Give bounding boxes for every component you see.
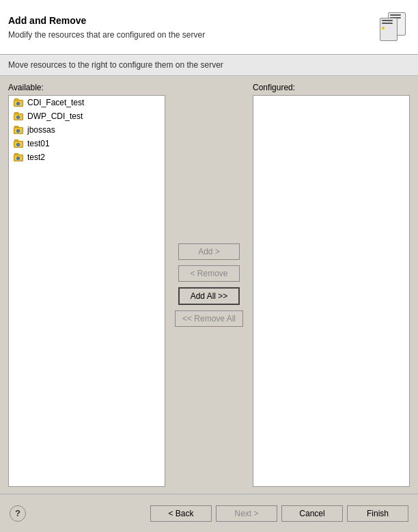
footer-right: < Back Next > Cancel Finish (150, 505, 408, 522)
finish-button[interactable]: Finish (347, 505, 408, 522)
footer-left: ? (10, 505, 26, 522)
server-line-4 (382, 23, 393, 24)
configured-list[interactable] (253, 95, 410, 487)
list-item-label: jbossas (27, 125, 55, 135)
cancel-button[interactable]: Cancel (281, 505, 343, 522)
help-button[interactable]: ? (10, 505, 26, 522)
header-title: Add and Remove (8, 15, 377, 26)
available-label: Available: (8, 83, 165, 92)
add-button[interactable]: Add > (178, 243, 240, 260)
header-text: Add and Remove Modify the resources that… (8, 15, 377, 40)
resource-icon (13, 97, 24, 108)
subheader-text: Move resources to the right to configure… (8, 60, 223, 70)
resource-icon (13, 138, 24, 149)
columns-area: Available: CDI_Facet_testDWP_CDI_testjbo… (8, 83, 410, 487)
header: Add and Remove Modify the resources that… (0, 0, 418, 55)
resource-icon (13, 124, 24, 135)
server-line-3 (382, 20, 393, 21)
configured-section: Configured: (253, 83, 410, 487)
available-list[interactable]: CDI_Facet_testDWP_CDI_testjbossastest01t… (8, 95, 165, 487)
list-item[interactable]: DWP_CDI_test (9, 109, 165, 123)
resource-icon (13, 111, 24, 122)
remove-all-button[interactable]: << Remove All (175, 310, 243, 327)
server-dot-2 (382, 27, 385, 29)
footer: ? < Back Next > Cancel Finish (0, 494, 418, 532)
add-all-button[interactable]: Add All >> (178, 287, 240, 305)
middle-buttons: Add > < Remove Add All >> << Remove All (165, 83, 253, 487)
server-line-1 (390, 14, 401, 16)
list-item[interactable]: jbossas (9, 123, 165, 137)
next-button[interactable]: Next > (216, 505, 277, 522)
list-item[interactable]: CDI_Facet_test (9, 96, 165, 109)
server-icon-group (378, 12, 408, 42)
subheader: Move resources to the right to configure… (0, 55, 418, 76)
list-item-label: test01 (27, 139, 50, 148)
server-icon (377, 11, 410, 44)
resource-icon (13, 152, 24, 163)
back-button[interactable]: < Back (150, 505, 212, 522)
main-content: Available: CDI_Facet_testDWP_CDI_testjbo… (0, 76, 418, 494)
list-item-label: DWP_CDI_test (27, 111, 83, 121)
configured-label: Configured: (253, 83, 410, 92)
available-section: Available: CDI_Facet_testDWP_CDI_testjbo… (8, 83, 165, 487)
server-icon-front (380, 18, 398, 41)
header-subtitle: Modify the resources that are configured… (8, 30, 377, 40)
list-item-label: CDI_Facet_test (27, 98, 84, 107)
remove-button[interactable]: < Remove (178, 265, 240, 282)
list-item[interactable]: test01 (9, 137, 165, 150)
list-item-label: test2 (27, 152, 45, 162)
list-item[interactable]: test2 (9, 150, 165, 164)
